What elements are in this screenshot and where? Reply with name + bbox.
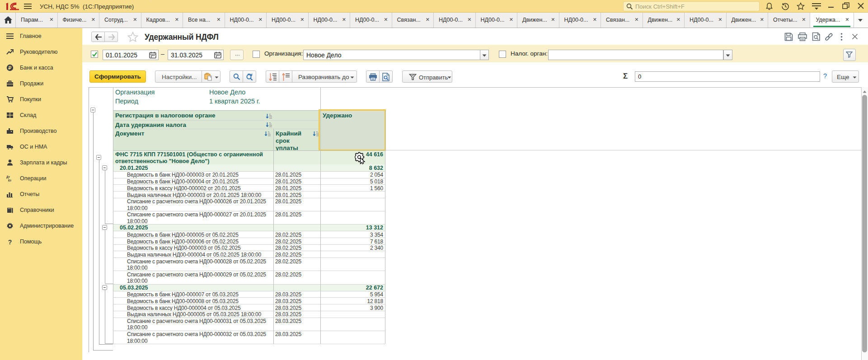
svg-text:Кт: Кт — [8, 179, 11, 182]
svg-text:?: ? — [8, 238, 12, 246]
svg-text:P: P — [9, 65, 12, 70]
svg-text:Дт: Дт — [6, 175, 10, 179]
